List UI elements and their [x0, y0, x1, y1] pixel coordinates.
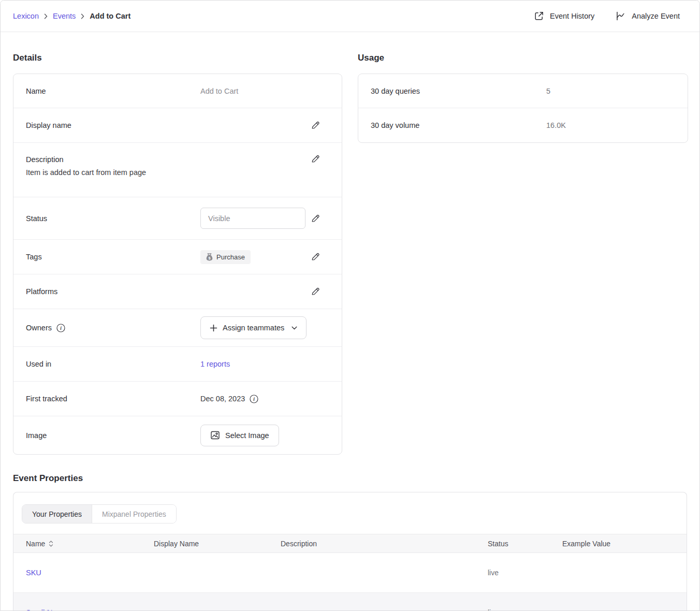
volume-value: 16.0K — [546, 121, 566, 129]
properties-table: Name Display Name Description Status Exa… — [13, 534, 687, 611]
display-name-label: Display name — [26, 121, 200, 129]
edit-tags-button[interactable] — [311, 252, 320, 261]
svg-text:i: i — [60, 326, 62, 331]
money-bag-icon: $ — [206, 253, 213, 261]
pencil-icon — [311, 252, 320, 261]
description-value: Item is added to cart from item page — [26, 168, 329, 177]
table-row[interactable]: SKU live — [13, 553, 687, 593]
property-link-sku[interactable]: SKU — [13, 569, 154, 577]
event-history-label: Event History — [550, 12, 594, 20]
name-header-label: Name — [26, 540, 45, 548]
detail-row-owners: Owners i Assign — [13, 309, 342, 347]
platforms-label: Platforms — [26, 287, 200, 296]
sort-icon — [49, 541, 53, 547]
detail-row-platforms: Platforms — [13, 274, 342, 309]
header-cell-name[interactable]: Name — [13, 540, 154, 548]
owners-label: Owners — [26, 324, 52, 332]
plus-icon — [210, 324, 217, 332]
detail-row-used-in: Used in 1 reports — [13, 347, 342, 382]
info-icon[interactable]: i — [250, 395, 258, 403]
tags-label: Tags — [26, 253, 200, 261]
line-chart-icon — [615, 11, 626, 21]
usage-card: 30 day queries 5 30 day volume 16.0K — [358, 74, 688, 143]
detail-row-display-name: Display name — [13, 108, 342, 143]
event-history-button[interactable]: Event History — [534, 11, 594, 21]
assign-teammates-label: Assign teammates — [223, 324, 284, 332]
table-row[interactable]: Scroll % live — [13, 593, 687, 611]
select-image-label: Select Image — [225, 431, 269, 440]
first-tracked-label: First tracked — [26, 395, 200, 403]
edit-display-name-button[interactable] — [311, 121, 320, 130]
detail-row-tags: Tags $ Purchase — [13, 240, 342, 274]
edit-description-button[interactable] — [311, 154, 320, 164]
status-select[interactable]: Visible — [200, 208, 305, 229]
chevron-right-icon — [44, 13, 48, 19]
external-link-icon — [534, 11, 544, 21]
used-in-reports-link[interactable]: 1 reports — [200, 360, 230, 368]
main-content: Details Name Add to Cart Display name — [1, 32, 699, 611]
detail-row-status: Status Visible — [13, 197, 342, 240]
header-actions: Event History Analyze Event — [534, 11, 680, 21]
details-title: Details — [13, 53, 342, 63]
usage-title: Usage — [358, 53, 688, 63]
header-cell-display-name: Display Name — [154, 540, 281, 548]
detail-row-description: Description Item is added to cart from i… — [13, 143, 342, 197]
event-properties-card: Your Properties Mixpanel Properties Name… — [13, 492, 687, 611]
svg-text:i: i — [253, 397, 255, 402]
queries-label: 30 day queries — [371, 87, 546, 95]
edit-platforms-button[interactable] — [311, 287, 320, 296]
image-label: Image — [26, 431, 200, 440]
header-cell-example-value: Example Value — [562, 540, 687, 548]
breadcrumb-current-event: Add to Cart — [90, 12, 130, 20]
breadcrumb: Lexicon Events Add to Cart — [13, 12, 130, 20]
chevron-right-icon — [81, 13, 84, 19]
tag-chip-purchase: $ Purchase — [200, 250, 251, 264]
volume-label: 30 day volume — [371, 121, 546, 129]
header-cell-status: Status — [488, 540, 562, 548]
image-icon — [210, 430, 220, 440]
usage-column: Usage 30 day queries 5 30 day volume 16.… — [358, 32, 688, 143]
detail-row-image: Image Select Image — [13, 416, 342, 454]
usage-row-volume: 30 day volume 16.0K — [358, 108, 688, 142]
pencil-icon — [311, 287, 320, 296]
breadcrumb-events-link[interactable]: Events — [53, 12, 76, 20]
breadcrumb-lexicon-link[interactable]: Lexicon — [13, 12, 39, 20]
details-column: Details Name Add to Cart Display name — [13, 32, 342, 455]
status-label: Status — [26, 214, 200, 223]
properties-table-header: Name Display Name Description Status Exa… — [13, 534, 687, 553]
name-value: Add to Cart — [200, 87, 238, 95]
chevron-down-icon — [291, 326, 297, 330]
property-status: live — [488, 569, 562, 577]
queries-value: 5 — [546, 87, 550, 95]
usage-row-queries: 30 day queries 5 — [358, 74, 688, 108]
assign-teammates-button[interactable]: Assign teammates — [200, 316, 307, 339]
property-status: live — [488, 608, 562, 611]
header-cell-description: Description — [281, 540, 488, 548]
lexicon-event-detail-page: { "breadcrumb": { "items": [ { "label": … — [0, 0, 700, 611]
description-label: Description — [26, 155, 200, 164]
first-tracked-value: Dec 08, 2023 — [200, 395, 245, 403]
properties-tabs: Your Properties Mixpanel Properties — [22, 504, 177, 523]
detail-row-first-tracked: First tracked Dec 08, 2023 i — [13, 382, 342, 416]
select-image-button[interactable]: Select Image — [200, 425, 279, 446]
tab-mixpanel-properties[interactable]: Mixpanel Properties — [92, 505, 176, 523]
details-card: Name Add to Cart Display name — [13, 74, 342, 455]
analyze-event-label: Analyze Event — [632, 12, 680, 20]
name-label: Name — [26, 87, 200, 95]
event-properties-title: Event Properties — [13, 473, 687, 484]
analyze-event-button[interactable]: Analyze Event — [615, 11, 680, 21]
top-header-bar: Lexicon Events Add to Cart Event History — [1, 1, 699, 32]
info-icon[interactable]: i — [56, 324, 65, 332]
property-link-scroll[interactable]: Scroll % — [13, 608, 154, 611]
detail-row-name: Name Add to Cart — [13, 74, 342, 108]
tab-your-properties[interactable]: Your Properties — [22, 505, 92, 523]
pencil-icon — [311, 154, 320, 164]
pencil-icon — [311, 214, 320, 223]
pencil-icon — [311, 121, 320, 130]
tag-chip-label: Purchase — [216, 253, 245, 261]
edit-status-button[interactable] — [311, 214, 320, 223]
used-in-label: Used in — [26, 360, 200, 368]
